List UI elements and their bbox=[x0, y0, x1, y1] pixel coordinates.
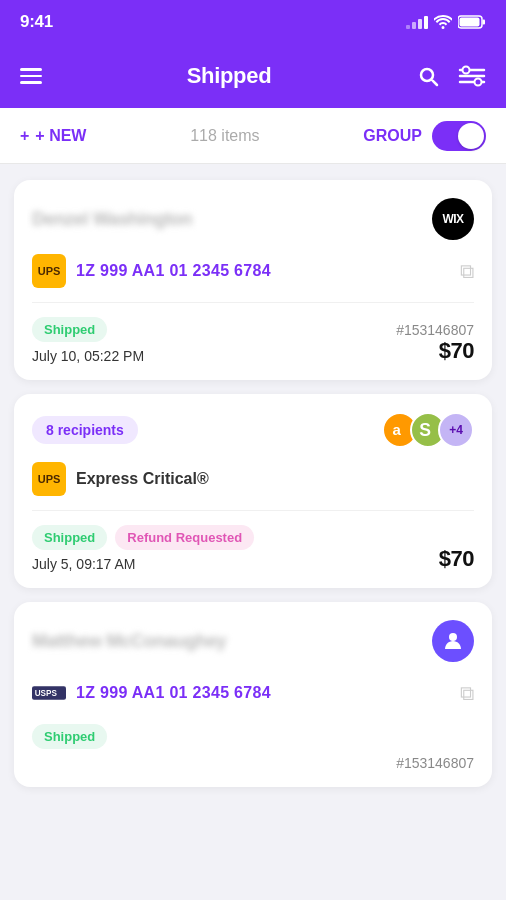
ups-text: UPS bbox=[38, 473, 61, 485]
avatar-more: +4 bbox=[438, 412, 474, 448]
signal-icon bbox=[406, 16, 428, 29]
copy-icon[interactable]: ⧉ bbox=[460, 260, 474, 283]
svg-text:a: a bbox=[393, 421, 402, 438]
badges-row: Shipped bbox=[32, 317, 144, 342]
recipients-badge: 8 recipients bbox=[32, 416, 138, 444]
status-time: 9:41 bbox=[20, 12, 53, 32]
card-footer-right: $70 bbox=[439, 546, 474, 572]
ups-logo: UPS bbox=[32, 254, 66, 288]
timestamp: July 10, 05:22 PM bbox=[32, 348, 144, 364]
tracking-number[interactable]: 1Z 999 AA1 01 2345 6784 bbox=[76, 684, 271, 702]
battery-icon bbox=[458, 15, 486, 29]
cards-list: Denzel Washington WIX UPS 1Z 999 AA1 01 … bbox=[0, 164, 506, 803]
hamburger-line bbox=[20, 75, 42, 78]
refund-badge: Refund Requested bbox=[115, 525, 254, 550]
toolbar: + + NEW 118 items GROUP bbox=[0, 108, 506, 164]
usps-logo: USPS bbox=[32, 676, 66, 710]
timestamp: July 5, 09:17 AM bbox=[32, 556, 254, 572]
shipment-card-2[interactable]: 8 recipients a S +4 bbox=[14, 394, 492, 588]
shipment-card-3[interactable]: Matthew McConaughey USPS 1Z 999 AA1 01 2… bbox=[14, 602, 492, 787]
copy-icon[interactable]: ⧉ bbox=[460, 682, 474, 705]
svg-point-6 bbox=[463, 67, 470, 74]
card-header: Denzel Washington WIX bbox=[32, 198, 474, 240]
group-button[interactable]: GROUP bbox=[363, 127, 422, 145]
toggle-knob bbox=[458, 123, 484, 149]
tracking-row: UPS 1Z 999 AA1 01 2345 6784 ⧉ bbox=[32, 254, 474, 303]
status-badge: Shipped bbox=[32, 724, 107, 749]
search-icon[interactable] bbox=[416, 64, 440, 88]
app-header: Shipped bbox=[0, 44, 506, 108]
card-footer: Shipped Refund Requested July 5, 09:17 A… bbox=[32, 525, 474, 572]
card-header: 8 recipients a S +4 bbox=[32, 412, 474, 448]
header-left bbox=[20, 68, 42, 84]
badges-row: Shipped Refund Requested bbox=[32, 525, 254, 550]
hamburger-line bbox=[20, 81, 42, 84]
tracking-row: USPS 1Z 999 AA1 01 2345 6784 ⧉ bbox=[32, 676, 474, 710]
svg-text:S: S bbox=[419, 420, 431, 440]
page-title: Shipped bbox=[187, 63, 272, 89]
toolbar-right: GROUP bbox=[363, 121, 486, 151]
status-badge: Shipped bbox=[32, 317, 107, 342]
svg-rect-1 bbox=[460, 18, 480, 27]
customer-name: Denzel Washington bbox=[32, 209, 192, 230]
card-footer-left: Shipped Refund Requested July 5, 09:17 A… bbox=[32, 525, 254, 572]
new-button[interactable]: + + NEW bbox=[20, 127, 86, 145]
filter-icon[interactable] bbox=[458, 65, 486, 87]
ups-text: UPS bbox=[38, 265, 61, 277]
tracking-left: UPS 1Z 999 AA1 01 2345 6784 bbox=[32, 254, 271, 288]
svg-text:USPS: USPS bbox=[35, 689, 58, 698]
status-badge: Shipped bbox=[32, 525, 107, 550]
card-header: Matthew McConaughey bbox=[32, 620, 474, 662]
order-price: $70 bbox=[439, 546, 474, 572]
tracking-number[interactable]: 1Z 999 AA1 01 2345 6784 bbox=[76, 262, 271, 280]
brand-badge-usps bbox=[432, 620, 474, 662]
header-right bbox=[416, 64, 486, 88]
badges-row: Shipped bbox=[32, 724, 474, 749]
status-bar: 9:41 bbox=[0, 0, 506, 44]
brand-badge-text: WIX bbox=[442, 212, 463, 226]
svg-point-7 bbox=[475, 79, 482, 86]
order-number: #153146807 bbox=[396, 755, 474, 771]
order-price: $70 bbox=[396, 338, 474, 364]
tracking-row: UPS Express Critical® bbox=[32, 462, 474, 511]
card-footer: Shipped July 10, 05:22 PM #153146807 $70 bbox=[32, 317, 474, 364]
order-number: #153146807 bbox=[396, 322, 474, 338]
tracking-left: UPS Express Critical® bbox=[32, 462, 209, 496]
hamburger-menu-button[interactable] bbox=[20, 68, 42, 84]
item-count: 118 items bbox=[190, 127, 259, 145]
wifi-icon bbox=[434, 15, 452, 29]
person-icon bbox=[441, 629, 465, 653]
hamburger-line bbox=[20, 68, 42, 71]
new-label: + NEW bbox=[35, 127, 86, 145]
card-footer-partial: Shipped #153146807 bbox=[32, 724, 474, 771]
card-footer-right: #153146807 $70 bbox=[396, 322, 474, 364]
svg-point-10 bbox=[449, 633, 457, 641]
group-toggle[interactable] bbox=[432, 121, 486, 151]
svg-rect-2 bbox=[483, 20, 486, 25]
order-info-row: #153146807 bbox=[32, 755, 474, 771]
avatar-more-count: +4 bbox=[449, 423, 463, 437]
status-icons bbox=[406, 15, 486, 29]
card-footer-left: Shipped July 10, 05:22 PM bbox=[32, 317, 144, 364]
plus-icon: + bbox=[20, 127, 29, 145]
brand-badge-wix: WIX bbox=[432, 198, 474, 240]
ups-logo: UPS bbox=[32, 462, 66, 496]
service-name: Express Critical® bbox=[76, 470, 209, 488]
shipment-card-1[interactable]: Denzel Washington WIX UPS 1Z 999 AA1 01 … bbox=[14, 180, 492, 380]
avatar-stack: a S +4 bbox=[382, 412, 474, 448]
tracking-left: USPS 1Z 999 AA1 01 2345 6784 bbox=[32, 676, 271, 710]
customer-name: Matthew McConaughey bbox=[32, 631, 226, 652]
